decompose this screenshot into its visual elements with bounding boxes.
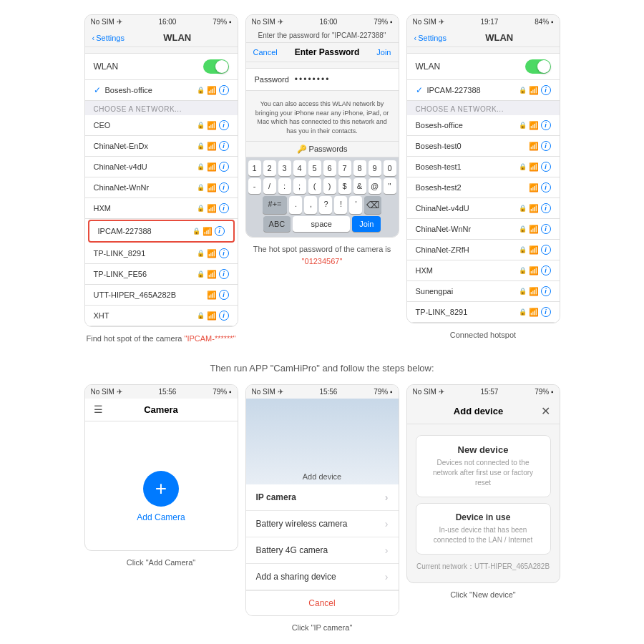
info-icon[interactable]: i bbox=[541, 245, 551, 255]
info-icon[interactable]: i bbox=[219, 290, 229, 300]
camera-app-block: No SIM ✈ 15:56 79% ▪ ☰ Camera + Add Came… bbox=[84, 384, 238, 634]
net-bosesh-test0[interactable]: Bosesh-test0 📶i bbox=[407, 136, 560, 157]
network-row-ipcam[interactable]: IPCAM-227388 🔒 📶 i bbox=[88, 220, 235, 243]
info-icon[interactable]: i bbox=[541, 141, 551, 151]
net-sunengpai[interactable]: Sunengpai 🔒📶i bbox=[407, 281, 560, 302]
key-7[interactable]: 7 bbox=[338, 160, 351, 176]
key-at[interactable]: @ bbox=[369, 178, 381, 194]
ipcam-row-sharing[interactable]: Add a sharing device › bbox=[246, 564, 399, 590]
ipcam-row-ip[interactable]: IP camera › bbox=[246, 484, 399, 511]
key-abc[interactable]: ABC bbox=[263, 216, 291, 232]
info-icon[interactable]: i bbox=[541, 162, 551, 172]
signal-b3: No SIM ✈ bbox=[413, 388, 444, 396]
key-9[interactable]: 9 bbox=[369, 160, 381, 176]
join-button[interactable]: Join bbox=[376, 48, 391, 57]
info-icon-1[interactable]: i bbox=[219, 85, 229, 95]
back-settings-1[interactable]: ‹ Settings bbox=[92, 34, 125, 42]
info-icon[interactable]: i bbox=[219, 269, 229, 279]
net-tp8291-3[interactable]: TP-LINK_8291 🔒📶i bbox=[407, 302, 560, 323]
key-3[interactable]: 3 bbox=[278, 160, 291, 176]
cancel-button-ipcam[interactable]: Cancel bbox=[246, 590, 399, 615]
network-row-hxm[interactable]: HXM 🔒 📶 i bbox=[85, 198, 238, 219]
key-colon[interactable]: : bbox=[278, 178, 291, 194]
info-icon[interactable]: i bbox=[541, 265, 551, 275]
key-dollar[interactable]: $ bbox=[338, 178, 351, 194]
ipcam-row-battery-wireless[interactable]: Battery wireless camera › bbox=[246, 511, 399, 537]
key-0[interactable]: 0 bbox=[384, 160, 396, 176]
lock-icon: 🔒 bbox=[519, 267, 527, 274]
info-icon[interactable]: i bbox=[541, 203, 551, 213]
key-hashplus[interactable]: #+= bbox=[263, 196, 288, 214]
network-row-tp8291[interactable]: TP-LINK_8291 🔒 📶 i bbox=[85, 243, 238, 264]
info-icon[interactable]: i bbox=[541, 286, 551, 296]
network-row-utt[interactable]: UTT-HIPER_465A282B 📶 i bbox=[85, 285, 238, 306]
wlan-main-row: WLAN bbox=[85, 53, 238, 80]
net-bosesh-office[interactable]: Bosesh-office 🔒📶i bbox=[407, 115, 560, 136]
key-4[interactable]: 4 bbox=[293, 160, 306, 176]
key-exclaim[interactable]: ! bbox=[334, 196, 347, 214]
menu-icon[interactable]: ☰ bbox=[94, 404, 103, 415]
key-slash[interactable]: / bbox=[263, 178, 276, 194]
network-row-tpfe56[interactable]: TP-LINK_FE56 🔒 📶 i bbox=[85, 264, 238, 285]
key-question[interactable]: ? bbox=[319, 196, 332, 214]
cancel-button[interactable]: Cancel bbox=[253, 48, 278, 57]
passwords-bar[interactable]: 🔑 Passwords bbox=[246, 141, 399, 157]
network-row-endx[interactable]: ChinaNet-EnDx 🔒 📶 i bbox=[85, 136, 238, 157]
network-row-wnnr[interactable]: ChinaNet-WnNr 🔒 📶 i bbox=[85, 177, 238, 198]
connected-icons-1: 🔒 📶 i bbox=[197, 85, 229, 95]
info-icon[interactable]: i bbox=[219, 120, 229, 130]
ipcam-row-battery-4g[interactable]: Battery 4G camera › bbox=[246, 537, 399, 564]
chevron-icon: › bbox=[385, 545, 389, 556]
network-icons: 🔒 📶 i bbox=[197, 182, 229, 192]
key-6[interactable]: 6 bbox=[323, 160, 336, 176]
net-chinazrfh[interactable]: ChinaNet-ZRfH 🔒📶i bbox=[407, 240, 560, 260]
info-icon[interactable]: i bbox=[219, 182, 229, 192]
network-row-ceo[interactable]: CEO 🔒 📶 i bbox=[85, 115, 238, 136]
key-5[interactable]: 5 bbox=[308, 160, 321, 176]
wlan-toggle[interactable] bbox=[203, 59, 229, 74]
info-icon[interactable]: i bbox=[219, 203, 229, 213]
delete-key[interactable]: ⌫ bbox=[364, 196, 381, 214]
network-row-xht[interactable]: XHT 🔒 📶 i bbox=[85, 306, 238, 326]
key-rparen[interactable]: ) bbox=[323, 178, 336, 194]
net-chinav4du[interactable]: ChinaNet-v4dU 🔒📶i bbox=[407, 198, 560, 219]
info-icon[interactable]: i bbox=[219, 248, 229, 258]
key-lparen[interactable]: ( bbox=[308, 178, 321, 194]
net-bosesh-test1[interactable]: Bosesh-test1 🔒📶i bbox=[407, 157, 560, 177]
key-join[interactable]: Join bbox=[352, 216, 381, 232]
device-in-use-option[interactable]: Device in use In-use device that has bee… bbox=[416, 503, 551, 555]
key-comma[interactable]: , bbox=[304, 196, 317, 214]
network-row-v4du[interactable]: ChinaNet-v4dU 🔒 📶 i bbox=[85, 157, 238, 177]
key-space[interactable]: space bbox=[293, 216, 350, 232]
add-camera-button[interactable]: + bbox=[143, 471, 179, 507]
info-icon[interactable]: i bbox=[541, 224, 551, 234]
key-2[interactable]: 2 bbox=[263, 160, 276, 176]
key-dash[interactable]: - bbox=[248, 178, 261, 194]
info-icon[interactable]: i bbox=[541, 182, 551, 192]
new-device-option[interactable]: New device Devices not connected to the … bbox=[416, 435, 551, 497]
net-hxm-3[interactable]: HXM 🔒📶i bbox=[407, 260, 560, 281]
info-icon[interactable]: i bbox=[219, 311, 229, 321]
net-bosesh-test2[interactable]: Bosesh-test2 📶i bbox=[407, 177, 560, 198]
key-semicolon[interactable]: ; bbox=[293, 178, 306, 194]
key-apostrophe[interactable]: ' bbox=[349, 196, 362, 214]
password-input[interactable]: •••••••• bbox=[295, 74, 331, 84]
key-1[interactable]: 1 bbox=[248, 160, 261, 176]
info-icon[interactable]: i bbox=[219, 162, 229, 172]
key-8[interactable]: 8 bbox=[353, 160, 366, 176]
info-icon[interactable]: i bbox=[541, 307, 551, 317]
info-icon[interactable]: i bbox=[219, 141, 229, 151]
info-icon[interactable]: i bbox=[215, 226, 225, 236]
info-icon[interactable]: i bbox=[541, 120, 551, 130]
password-screen: No SIM ✈ 16:00 79% ▪ Enter the password … bbox=[245, 14, 399, 238]
new-device-desc: Devices not connected to the network aft… bbox=[426, 458, 540, 488]
lock-icon: 🔒 bbox=[197, 122, 205, 129]
key-period[interactable]: . bbox=[289, 196, 302, 214]
info-icon-3[interactable]: i bbox=[541, 85, 551, 95]
close-icon[interactable]: ✕ bbox=[541, 404, 550, 418]
wlan-toggle-3[interactable] bbox=[525, 59, 551, 74]
back-settings-3[interactable]: ‹ Settings bbox=[414, 34, 447, 42]
key-amp[interactable]: & bbox=[353, 178, 366, 194]
net-chinawnnr[interactable]: ChinaNet-WnNr 🔒📶i bbox=[407, 219, 560, 240]
key-quote[interactable]: " bbox=[384, 178, 396, 194]
